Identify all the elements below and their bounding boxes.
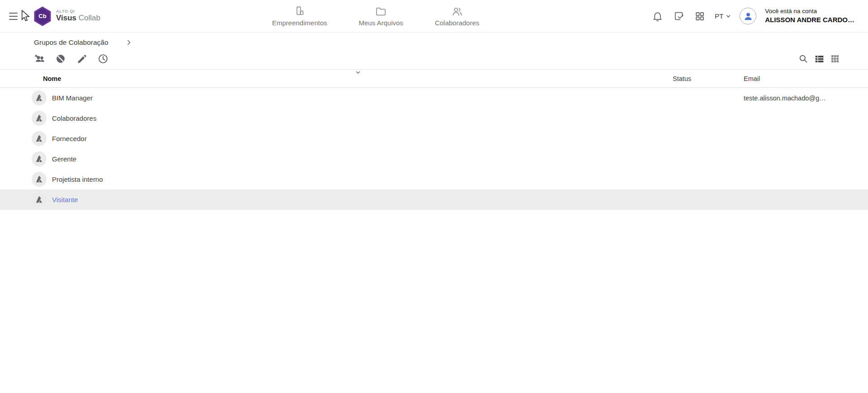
language-selector[interactable]: PT — [715, 12, 731, 20]
people-icon — [451, 5, 463, 18]
notifications-bell-icon[interactable] — [651, 10, 664, 23]
table-row[interactable]: BIM Manager teste.alisson.machado@g… — [0, 88, 868, 108]
search-icon[interactable] — [797, 52, 810, 66]
group-email: teste.alisson.machado@g… — [744, 95, 854, 102]
app-logo[interactable]: Cb ALTO QI Visus Collab — [33, 6, 100, 26]
brand-bold-label: Visus — [56, 14, 76, 22]
nav-item-meus-arquivos[interactable]: Meus Arquivos — [358, 4, 404, 28]
history-clock-icon[interactable] — [96, 52, 110, 66]
user-avatar[interactable] — [740, 8, 756, 24]
hamburger-menu-icon[interactable] — [9, 9, 23, 23]
breadcrumb-current[interactable]: Grupos de Colaboração — [34, 38, 108, 47]
logo-hexagon-icon: Cb — [33, 6, 52, 26]
app-bar: Cb ALTO QI Visus Collab Empreendimentos … — [0, 0, 868, 33]
toolbar — [0, 48, 868, 70]
folder-icon — [375, 5, 387, 18]
column-header-status[interactable]: Status — [673, 75, 744, 82]
sort-chevron-icon[interactable] — [355, 71, 361, 75]
table-row[interactable]: Gerente — [0, 149, 868, 169]
group-name: Colaboradores — [52, 114, 673, 122]
group-avatar — [32, 172, 47, 187]
column-label: Nome — [43, 75, 61, 82]
language-code: PT — [715, 12, 723, 20]
approvals-task-icon[interactable] — [672, 10, 685, 23]
column-header-email[interactable]: Email — [744, 75, 854, 82]
altoqi-group-icon — [35, 175, 43, 184]
chevron-right-icon — [126, 39, 132, 46]
account-info[interactable]: Você está na conta ALISSON ANDRE CARDO… — [765, 7, 854, 24]
group-avatar — [32, 111, 47, 126]
breadcrumb: Grupos de Colaboração — [0, 33, 868, 48]
altoqi-group-icon — [35, 114, 43, 123]
nav-label: Colaboradores — [435, 19, 479, 27]
apps-grid-icon[interactable] — [693, 10, 706, 23]
group-name: Fornecedor — [52, 135, 673, 142]
altoqi-group-icon — [35, 94, 43, 102]
account-name: ALISSON ANDRE CARDO… — [765, 15, 854, 24]
chevron-down-icon — [726, 14, 731, 19]
nav-label: Empreendimentos — [272, 19, 327, 27]
group-name: Visitante — [52, 196, 673, 204]
app-bar-right: PT Você está na conta ALISSON ANDRE CARD… — [651, 7, 854, 24]
group-avatar — [32, 192, 47, 207]
logo-text: ALTO QI Visus Collab — [56, 9, 100, 23]
add-group-icon[interactable] — [33, 52, 46, 66]
list-view-icon[interactable] — [812, 52, 826, 66]
view-controls — [797, 52, 842, 66]
table-row[interactable]: Visitante — [0, 189, 868, 210]
buildings-icon — [293, 5, 306, 18]
brand-light-label: Collab — [79, 14, 100, 22]
nav-item-colaboradores[interactable]: Colaboradores — [434, 4, 480, 28]
account-context-label: Você está na conta — [765, 7, 854, 15]
altoqi-group-icon — [35, 134, 43, 143]
edit-pencil-icon[interactable] — [75, 52, 89, 66]
group-avatar — [32, 90, 47, 105]
toolbar-actions — [33, 52, 110, 66]
logo-badge-text: Cb — [38, 13, 46, 19]
table-header: Nome Status Email — [0, 70, 868, 88]
table-row[interactable]: Colaboradores — [0, 108, 868, 128]
group-avatar — [32, 152, 47, 166]
nav-label: Meus Arquivos — [359, 19, 403, 27]
group-name: BIM Manager — [52, 94, 673, 102]
nav-item-empreendimentos[interactable]: Empreendimentos — [271, 4, 328, 28]
group-avatar — [32, 131, 47, 146]
grid-view-icon[interactable] — [828, 52, 842, 66]
column-header-nome[interactable]: Nome — [43, 70, 673, 87]
altoqi-group-icon — [35, 195, 43, 204]
group-list: BIM Manager teste.alisson.machado@g… Col… — [0, 88, 868, 210]
person-icon — [742, 10, 754, 22]
group-name: Projetista interno — [52, 175, 673, 183]
group-name: Gerente — [52, 155, 673, 163]
block-icon[interactable] — [54, 52, 67, 66]
table-row[interactable]: Fornecedor — [0, 128, 868, 149]
main-nav: Empreendimentos Meus Arquivos Colaborado… — [100, 0, 651, 32]
table-row[interactable]: Projetista interno — [0, 169, 868, 189]
altoqi-group-icon — [35, 155, 43, 163]
